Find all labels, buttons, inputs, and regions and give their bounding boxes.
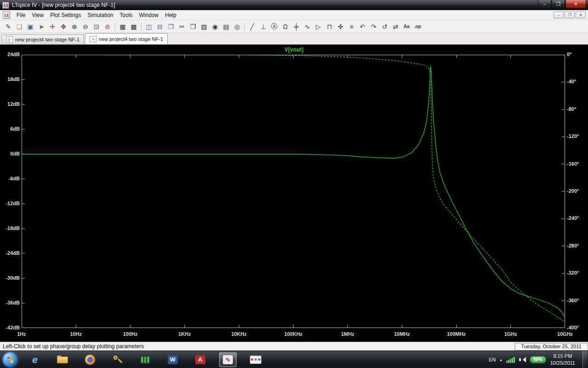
y-right-tick-label[interactable]: -240° [567,215,588,221]
x-tick-label[interactable]: 1KHz [169,331,201,337]
menu-simulation[interactable]: Simulation [85,11,117,20]
x-tick-label[interactable]: 10Hz [60,331,92,337]
taskbar-app-key-utility[interactable] [109,352,126,367]
mdi-minimize-button[interactable]: – [554,12,564,18]
redo-icon[interactable]: ↷ [368,21,379,32]
y-left-tick-label[interactable]: 6dB [0,126,20,132]
mdi-restore-button[interactable]: ❐ [565,12,575,18]
y-left-tick-label[interactable]: -24dB [0,250,20,256]
mdi-document-icon[interactable]: Lt [3,12,10,19]
paste-icon[interactable]: ▨ [198,21,209,32]
move-icon[interactable]: ✜ [335,21,346,32]
tab-schematic[interactable]: ▷new project4 two stage NF-1 [1,34,84,44]
print-icon[interactable]: ▤ [220,21,232,32]
control-panel-icon[interactable]: ✛ [47,21,58,32]
menu-plot-settings[interactable]: Plot Settings [47,11,84,20]
y-right-tick-label[interactable]: -320° [567,270,588,276]
cut-icon[interactable]: ✂ [176,21,187,32]
y-left-tick-label[interactable]: -30dB [0,275,20,281]
x-tick-label[interactable]: 10KHz [223,331,255,337]
x-tick-label[interactable]: 100MHz [440,331,472,337]
taskbar-app-ltspice[interactable]: ∿ [219,352,237,367]
close-button[interactable]: ✕ [565,0,586,8]
zoom-full-extents-icon[interactable]: ⊘ [102,21,113,32]
y-left-tick-label[interactable]: -18dB [0,225,20,231]
print-preview-icon[interactable]: ◎ [232,21,243,32]
grid-icon[interactable]: ▦ [117,21,128,32]
text-icon[interactable]: Aa [401,21,412,32]
resistor-icon[interactable]: Ω [280,21,291,32]
menu-tools[interactable]: Tools [117,11,136,20]
taskbar-clock[interactable]: 8:15 PM 10/25/2011 [550,353,575,366]
x-tick-label[interactable]: 1GHz [495,331,527,337]
menu-view[interactable]: View [28,11,47,20]
halt-icon[interactable]: ✥ [58,21,69,32]
cascade-windows-icon[interactable]: ❐ [165,21,176,32]
run-icon[interactable]: ➤ [36,21,47,32]
menu-file[interactable]: File [13,11,28,20]
y-right-tick-label[interactable]: -360° [567,298,588,303]
y-right-tick-label[interactable]: -80° [567,106,588,112]
plot-area[interactable] [22,55,565,328]
y-left-tick-label[interactable]: 0dB [0,151,20,156]
taskbar-app-word[interactable]: W [164,352,181,367]
menu-help[interactable]: Help [162,11,180,20]
mirror-icon[interactable]: ⇄ [390,21,401,32]
y-left-tick-label[interactable]: 12dB [0,101,20,107]
taskbar-app-image-viewer[interactable] [247,352,264,367]
x-tick-label[interactable]: 100Hz [114,331,147,337]
taskbar-app-internet-explorer[interactable]: e [26,352,44,367]
maximize-button[interactable]: ❐ [552,0,565,8]
x-tick-label[interactable]: 10MHz [386,331,418,337]
save-icon[interactable]: ▣ [25,21,36,32]
battery-indicator[interactable]: 98% [530,356,546,363]
label-net-icon[interactable]: Ⓐ [269,21,280,32]
y-right-tick-label[interactable]: -160° [567,161,588,167]
new-schematic-icon[interactable]: ✎ [3,21,14,32]
taskbar-app-adobe-reader[interactable]: A [192,352,209,367]
rotate-icon[interactable]: ↺ [379,21,390,32]
tile-vertically-icon[interactable]: ⊟ [154,21,165,32]
show-desktop-button[interactable] [582,351,587,368]
y-left-tick-label[interactable]: 18dB [0,76,20,82]
mdi-close-button[interactable]: ✕ [576,12,586,18]
wire-icon[interactable]: ╱ [247,21,258,32]
drag-icon[interactable]: ≡ [346,21,357,32]
x-tick-label[interactable]: 1Hz [6,331,38,337]
menu-window[interactable]: Window [136,11,162,20]
diode-icon[interactable]: ▷ [313,21,324,32]
inductor-icon[interactable]: ∿ [302,21,313,32]
tile-horizontally-icon[interactable]: ◫ [143,21,154,32]
taskbar-app-firefox[interactable] [81,352,99,367]
taskbar-app-media-utility[interactable] [136,352,154,367]
y-left-tick-label[interactable]: 24dB [0,52,20,57]
y-left-tick-label[interactable]: -36dB [0,300,20,305]
zoom-area-icon[interactable]: ⊡ [91,21,102,32]
undo-icon[interactable]: ↶ [357,21,368,32]
zoom-in-icon[interactable]: ⊕ [69,21,80,32]
y-right-tick-label[interactable]: 0° [567,52,588,57]
x-tick-label[interactable]: 100KHz [277,331,310,337]
y-left-tick-label[interactable]: -6dB [0,176,20,181]
copy-icon[interactable]: ❒ [187,21,198,32]
y-left-tick-label[interactable]: -12dB [0,201,20,206]
y-right-tick-label[interactable]: -280° [567,243,588,248]
start-button[interactable] [3,352,17,367]
tab-waveform[interactable]: ∿new project4 two stage NF-1 [85,33,168,44]
y-left-tick-label[interactable]: -42dB [0,325,20,330]
language-indicator[interactable]: EN [489,357,496,362]
trace-legend-label[interactable]: V[vout] [0,46,588,53]
x-tick-label[interactable]: 1MHz [332,331,364,337]
y-right-tick-label[interactable]: -400° [567,325,588,330]
y-right-tick-label[interactable]: -120° [567,133,588,139]
mark-data-points-icon[interactable]: ▩ [128,21,139,32]
taskbar-app-windows-explorer[interactable] [54,352,71,367]
component-icon[interactable]: ⊓ [324,21,335,32]
volume-icon[interactable] [519,356,526,362]
find-icon[interactable]: ◉ [209,21,220,32]
hidden-icons-arrow[interactable]: ▴ [500,357,502,362]
spice-directive-icon[interactable]: .op [412,21,423,32]
capacitor-icon[interactable]: ╪ [291,21,302,32]
open-icon[interactable]: ❏ [14,21,25,32]
ground-icon[interactable]: ⊥ [258,21,269,32]
